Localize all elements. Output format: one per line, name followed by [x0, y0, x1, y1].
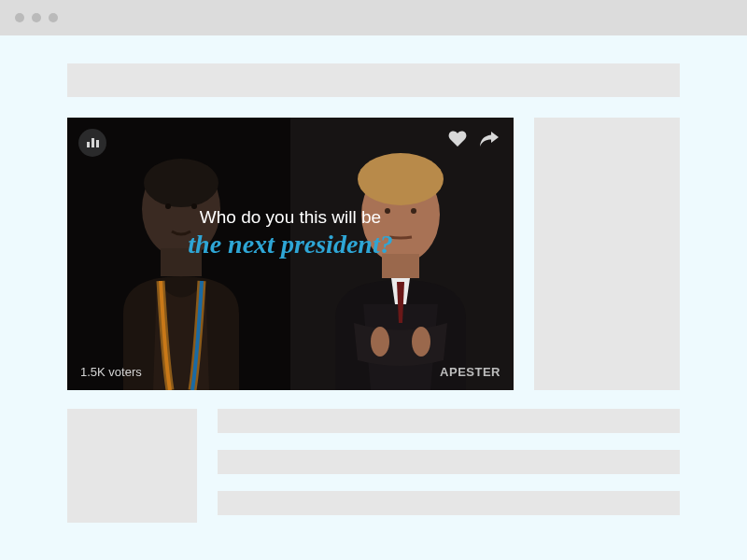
bottom-row: [67, 409, 680, 523]
voters-count: 1.5K voters: [80, 365, 142, 379]
heart-icon[interactable]: [448, 131, 467, 147]
poll-question: Who do you this will be the next preside…: [67, 207, 514, 259]
window-dot: [15, 13, 24, 22]
poll-overlay: Who do you this will be the next preside…: [67, 118, 514, 390]
placeholder-header: [67, 63, 680, 97]
window-dot: [32, 13, 41, 22]
placeholder-line: [218, 491, 680, 515]
placeholder-line: [218, 409, 680, 433]
question-line-2: the next president?: [67, 230, 514, 259]
browser-chrome: [0, 0, 747, 35]
placeholder-thumb: [67, 409, 197, 523]
window-dot: [49, 13, 58, 22]
poll-bars-icon: [87, 138, 99, 147]
placeholder-sidebar: [534, 118, 680, 390]
placeholder-lines: [218, 409, 680, 523]
question-line-1: Who do you this will be: [67, 207, 514, 228]
poll-type-button[interactable]: [78, 129, 106, 157]
brand-label: APESTER: [440, 365, 500, 379]
share-icon[interactable]: [480, 132, 499, 147]
main-row: Who do you this will be the next preside…: [67, 118, 680, 390]
page-wireframe: Who do you this will be the next preside…: [0, 35, 747, 523]
widget-actions: [448, 131, 499, 147]
poll-widget[interactable]: Who do you this will be the next preside…: [67, 118, 514, 390]
placeholder-line: [218, 450, 680, 474]
